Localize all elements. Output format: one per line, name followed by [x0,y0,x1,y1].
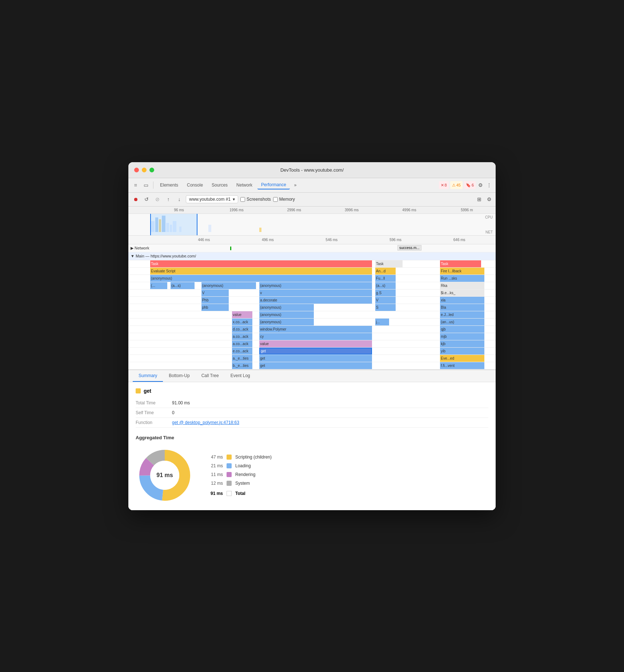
as-block[interactable]: (a...s) [171,282,195,289]
v3-block[interactable]: V [375,297,396,304]
sie-block-el[interactable]: $i.e...ks_ [440,289,484,296]
anon4-block[interactable]: (anonymous) [259,304,314,311]
qjb-block[interactable]: qjb [440,326,484,333]
performance-toolbar: ⏺ ↺ ⊘ ↑ ↓ www.youtube.com #1 ▾ Screensho… [128,193,496,207]
more-tabs-button[interactable]: » [291,181,300,189]
eveed-block[interactable]: Eve...ed [440,355,484,362]
perf-settings-icon[interactable]: ⊞ [475,195,484,204]
dcoack-block[interactable]: d.co...ack [232,326,252,333]
cy-block[interactable]: cy [259,333,372,340]
task-block-3[interactable]: Task [440,260,481,267]
summary-panel: Summary Bottom-Up Call Tree Event Log ge… [128,369,496,510]
inspect-icon[interactable]: ⌗ [131,181,140,189]
v2-block[interactable]: v [259,289,372,296]
network-track-row: ▶ Network success.m... [128,244,496,252]
anon-block-2[interactable]: (anonymous) [201,282,256,289]
toolbar-badges: ✕ 8 ⚠ 45 🔖 6 ⚙ ⋮ [439,181,493,189]
tab-event-log[interactable]: Event Log [225,370,256,382]
window-polymer-block[interactable]: window.Polymer [259,326,372,333]
get2-block[interactable]: get [259,355,372,362]
anus-block[interactable]: (an...us) [440,319,484,325]
xla-block[interactable]: xla [440,297,484,304]
more-options-icon[interactable]: ⋮ [485,181,493,189]
as2-block[interactable]: (a...s) [375,282,396,289]
ecoack-block[interactable]: e.co...ack [232,348,252,355]
acoack-block[interactable]: a.co...ack [232,333,252,340]
scale-mark-3: 596 ms [364,238,428,242]
tab-performance[interactable]: Performance [257,181,290,189]
decorate-block[interactable]: a.decorate [259,297,372,304]
j-block[interactable]: j... [375,319,389,325]
phb2-block[interactable]: phb [201,304,229,311]
and-block[interactable]: An...d [375,268,396,275]
anon-block-1[interactable]: (anonymous) [150,275,372,282]
timeline-scale: 446 ms 496 ms 546 ms 596 ms 646 ms [128,236,496,244]
legend-item-1: 21 ms Loading [208,463,272,468]
ejled-block[interactable]: e.J...led [440,311,484,318]
gs-block[interactable]: g.S [375,289,396,296]
reload-icon[interactable]: ↺ [142,195,151,204]
kjb-block[interactable]: kjb [440,340,484,347]
download-icon[interactable]: ↓ [175,195,184,204]
tab-network[interactable]: Network [233,181,256,189]
settings-icon[interactable]: ⚙ [477,181,484,189]
maximize-button[interactable] [149,168,154,172]
anon5-block[interactable]: (anonymous) [259,311,314,318]
tab-call-tree[interactable]: Call Tree [196,370,225,382]
record-icon[interactable]: ⏺ [131,195,140,204]
anon6-block[interactable]: (anonymous) [259,319,314,325]
value-block-2[interactable]: value [259,340,372,347]
be-ties-block[interactable]: b._e...ties [232,362,252,369]
donut-chart: 91 ms [136,446,194,504]
window-title: DevTools - www.youtube.com/ [280,167,344,173]
timeline-ruler: 96 ms 1996 ms 2996 ms 3996 ms 4996 ms 59… [128,207,496,214]
tab-console[interactable]: Console [183,181,207,189]
timeline-overview[interactable]: 96 ms 1996 ms 2996 ms 3996 ms 4996 ms 59… [128,207,496,236]
upload-icon[interactable]: ↑ [164,195,173,204]
yib-block[interactable]: yib [440,348,484,355]
total-legend-value: 91 ms [208,491,223,496]
v-block[interactable]: V [201,289,229,296]
stop-icon[interactable]: ⊘ [153,195,162,204]
settings2-icon[interactable]: ⚙ [486,195,493,203]
ruler-mark-3: 3996 ms [323,208,380,213]
anon-block-3[interactable]: (anonymous) [259,282,372,289]
task-block-1[interactable]: Task [150,260,372,267]
timeline-selection[interactable] [150,214,197,236]
title-bar: DevTools - www.youtube.com/ [128,162,496,178]
mjb-block[interactable]: mjb [440,333,484,340]
get-selected-block[interactable]: get [259,348,372,355]
value-block-1[interactable]: value [232,311,252,318]
rka-block[interactable]: Rka [440,282,484,289]
tab-sources[interactable]: Sources [208,181,231,189]
full-block[interactable]: Fu...ll [375,275,396,282]
url-text: www.youtube.com #1 [189,197,231,202]
minimize-button[interactable] [142,168,147,172]
legend-item-3: 12 ms System [208,481,272,486]
get3-block[interactable]: get [259,362,372,369]
xcoack-block[interactable]: x.co...ack [232,319,252,325]
ffivent-block[interactable]: f.fi...vent [440,362,484,369]
tab-elements[interactable]: Elements [156,181,182,189]
phb-block[interactable]: Phb [201,297,229,304]
function-link-anchor[interactable]: get @ desktop_polymer.js:4718:63 [172,420,239,425]
evaluate-script-block[interactable]: Evaluate Script [150,268,372,275]
row-content: Task Task Task [150,260,491,267]
ae-ties-block[interactable]: a._e...ties [232,355,252,362]
device-icon[interactable]: ▭ [141,181,150,189]
task-block-2[interactable]: Task [375,260,403,267]
tab-bottom-up[interactable]: Bottom-Up [163,370,195,382]
bla-block[interactable]: Bla [440,304,484,311]
run-tasks-block[interactable]: Run ...sks [440,275,484,282]
url-bar: www.youtube.com #1 ▾ [186,195,238,203]
acoack2-block[interactable]: a.co...ack [232,340,252,347]
info-count: 6 [472,183,474,187]
fire-callback-block[interactable]: Fire I...llback [440,268,484,275]
memory-checkbox[interactable] [273,197,278,202]
close-button[interactable] [134,168,139,172]
tab-summary[interactable]: Summary [133,370,163,382]
screenshots-checkbox[interactable] [240,197,245,202]
s-block[interactable]: S [375,304,396,311]
dot-block[interactable]: (... [150,282,167,289]
dropdown-icon[interactable]: ▾ [233,197,235,202]
